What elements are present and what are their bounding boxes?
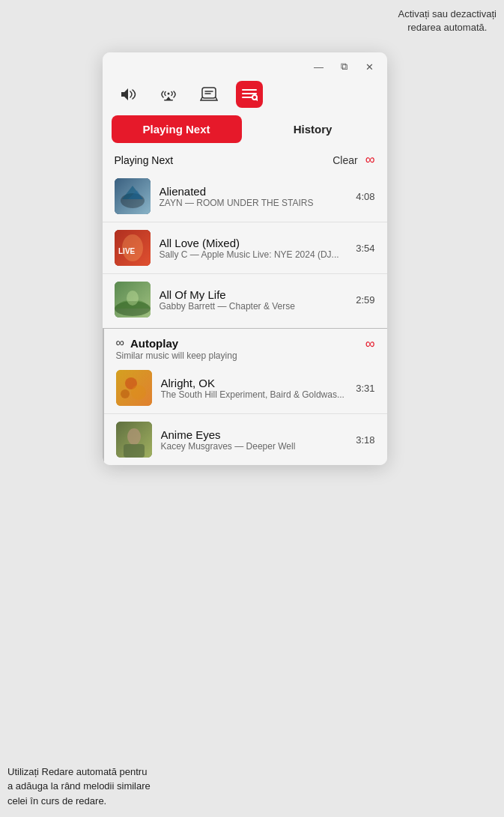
maximize-button[interactable]: ⧉: [336, 58, 353, 75]
track-name: All Love (Mixed): [160, 237, 347, 249]
autoplay-infinity-icon: ∞: [116, 336, 124, 350]
autoplay-title: Autoplay: [130, 337, 178, 350]
titlebar: — ⧉ ✕: [103, 52, 387, 78]
tooltip-bottom: Utilizați Redare automată pentrua adăuga…: [7, 765, 151, 809]
section-actions: Clear ∞: [333, 152, 374, 168]
autoplay-title-group: ∞ Autoplay Similar music will keep playi…: [116, 336, 237, 361]
track-duration: 3:31: [356, 383, 374, 394]
track-info: All Of My Life Gabby Barrett — Chapter &…: [160, 288, 347, 312]
svg-point-30: [127, 428, 141, 445]
track-name: Anime Eyes: [161, 428, 347, 441]
queue-icon[interactable]: [236, 81, 263, 108]
track-sub: Gabby Barrett — Chapter & Verse: [160, 301, 347, 312]
minimize-button[interactable]: —: [311, 58, 327, 75]
toolbar: [103, 78, 387, 115]
track-info: Alienated ZAYN — ROOM UNDER THE STAIRS: [160, 185, 347, 208]
track-name: Alienated: [160, 185, 347, 198]
track-item[interactable]: LIVE All Love (Mixed) Sally C — Apple Mu…: [103, 222, 387, 274]
track-item[interactable]: Anime Eyes Kacey Musgraves — Deeper Well…: [104, 414, 387, 465]
autoplay-section: ∞ Autoplay Similar music will keep playi…: [103, 328, 387, 465]
track-sub: Sally C — Apple Music Live: NYE 2024 (DJ…: [160, 249, 347, 260]
track-item[interactable]: Alright, OK The South Hill Experiment, B…: [104, 362, 387, 414]
svg-rect-2: [202, 88, 216, 98]
tab-playing-next[interactable]: Playing Next: [112, 115, 242, 143]
track-art-wrapper: [116, 370, 152, 406]
autoplay-title-row: ∞ Autoplay: [116, 336, 237, 350]
track-name: Alright, OK: [161, 377, 347, 389]
track-item[interactable]: Alienated ZAYN — ROOM UNDER THE STAIRS 4…: [103, 171, 387, 222]
track-sub: ZAYN — ROOM UNDER THE STAIRS: [160, 198, 347, 208]
track-item[interactable]: All Of My Life Gabby Barrett — Chapter &…: [103, 274, 387, 325]
track-duration: 3:54: [356, 243, 374, 254]
tooltip-bottom-text: Utilizați Redare automată pentrua adăuga…: [7, 766, 151, 807]
svg-point-0: [167, 93, 169, 95]
svg-point-26: [131, 385, 146, 400]
track-info: Alright, OK The South Hill Experiment, B…: [161, 377, 347, 400]
track-art-alright: [116, 370, 152, 406]
svg-point-27: [121, 389, 130, 398]
tab-history[interactable]: History: [248, 115, 378, 143]
autoplay-header: ∞ Autoplay Similar music will keep playi…: [104, 329, 387, 362]
tabs: Playing Next History: [103, 115, 387, 143]
track-art-alllove: LIVE: [115, 230, 151, 266]
track-art-wrapper: [115, 282, 151, 318]
track-art-wrapper: [116, 422, 152, 458]
lyrics-icon[interactable]: [195, 81, 222, 108]
section-header: Playing Next Clear ∞: [103, 143, 387, 171]
airplay-icon[interactable]: [155, 81, 182, 108]
tooltip-top-line2: redarea automată.: [407, 22, 487, 33]
track-art-alienated: [115, 178, 151, 214]
track-duration: 4:08: [356, 191, 374, 202]
tooltip-top: Activați sau dezactivați redarea automat…: [398, 7, 497, 34]
track-name: All Of My Life: [160, 288, 347, 301]
svg-rect-31: [124, 444, 145, 458]
track-art-wrapper: [115, 178, 151, 214]
music-window: — ⧉ ✕: [103, 52, 387, 465]
svg-rect-1: [164, 100, 173, 101]
section-title: Playing Next: [115, 154, 174, 166]
track-duration: 3:18: [356, 434, 374, 446]
tooltip-top-line1: Activați sau dezactivați: [398, 8, 497, 19]
track-duration: 2:59: [356, 294, 374, 306]
svg-line-9: [256, 99, 258, 100]
track-list: Alienated ZAYN — ROOM UNDER THE STAIRS 4…: [103, 171, 387, 325]
track-sub: Kacey Musgraves — Deeper Well: [161, 441, 347, 452]
track-art-wrapper: LIVE: [115, 230, 151, 266]
svg-point-22: [127, 291, 139, 306]
svg-text:LIVE: LIVE: [118, 247, 136, 255]
track-info: All Love (Mixed) Sally C — Apple Music L…: [160, 237, 347, 260]
autoplay-toggle-icon[interactable]: ∞: [365, 336, 375, 352]
track-info: Anime Eyes Kacey Musgraves — Deeper Well: [161, 428, 347, 452]
track-sub: The South Hill Experiment, Baird & Goldw…: [161, 389, 347, 400]
track-art-animeeyes: [116, 422, 152, 458]
volume-icon[interactable]: [115, 81, 142, 108]
autoplay-subtitle: Similar music will keep playing: [116, 350, 237, 361]
close-button[interactable]: ✕: [362, 58, 378, 75]
track-art-allofmylife: [115, 282, 151, 318]
clear-button[interactable]: Clear: [333, 154, 357, 166]
infinity-icon-header[interactable]: ∞: [365, 152, 375, 168]
